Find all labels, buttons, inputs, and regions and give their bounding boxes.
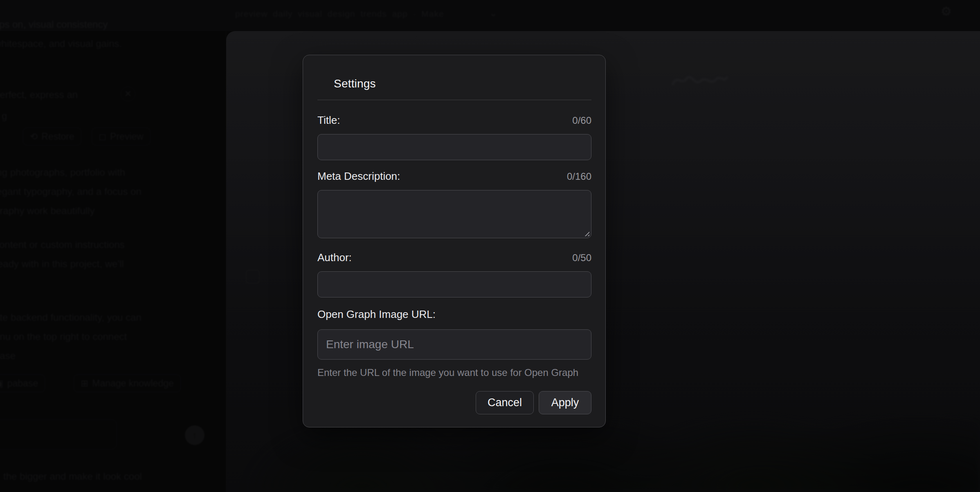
meta-description-label: Meta Description: <box>317 169 400 183</box>
title-field-header: Title: 0/60 <box>317 113 591 127</box>
divider <box>317 100 591 100</box>
author-input[interactable] <box>317 271 591 297</box>
meta-description-textarea[interactable] <box>317 190 591 238</box>
meta-description-counter: 0/160 <box>567 170 591 183</box>
og-image-url-input[interactable] <box>317 329 591 360</box>
cancel-button[interactable]: Cancel <box>476 391 534 414</box>
og-image-helper-text: Enter the URL of the image you want to u… <box>317 367 591 378</box>
modal-actions: Cancel Apply <box>317 391 591 414</box>
title-label: Title: <box>317 113 340 127</box>
title-input[interactable] <box>317 134 591 160</box>
meta-description-wrapper <box>317 190 591 238</box>
apply-button[interactable]: Apply <box>539 391 591 414</box>
og-image-url-label: Open Graph Image URL: <box>317 307 436 321</box>
title-counter: 0/60 <box>572 114 591 127</box>
author-label: Author: <box>317 250 352 264</box>
settings-modal: Settings Title: 0/60 Meta Description: 0… <box>303 55 606 427</box>
og-image-field-header: Open Graph Image URL: <box>317 307 591 321</box>
modal-title: Settings <box>334 77 591 90</box>
meta-description-field-header: Meta Description: 0/160 <box>317 169 591 183</box>
author-counter: 0/50 <box>572 251 591 265</box>
author-field-header: Author: 0/50 <box>317 250 591 265</box>
app-window: preview daily visual design trends app ·… <box>0 0 980 492</box>
